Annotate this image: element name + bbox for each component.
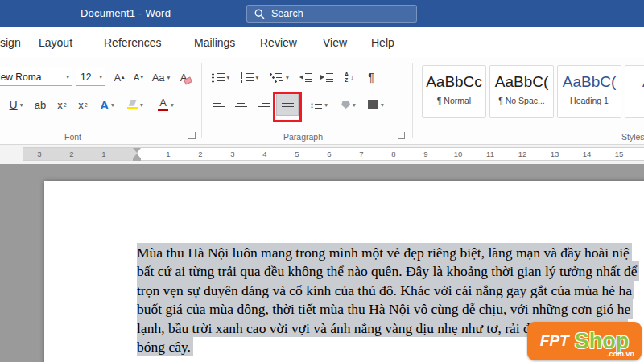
increase-indent-icon xyxy=(320,72,333,82)
strikethrough-icon: ab xyxy=(35,99,46,111)
text-effects-button[interactable]: A ▾ xyxy=(97,93,118,116)
tab-view[interactable]: View xyxy=(323,27,347,58)
spacing-lines-icon xyxy=(315,100,322,109)
text-line[interactable]: buốt giá của mùa đông, thời tiết mùa thu… xyxy=(137,300,639,319)
sort-icon: A Z ↓ xyxy=(345,72,354,83)
ruler-number: 4 xyxy=(249,148,281,160)
font-color-button[interactable]: A ▾ xyxy=(153,93,179,116)
titlebar: Document1 - Word Search xyxy=(0,0,644,27)
font-name-value: New Roma xyxy=(0,72,41,83)
align-center-button[interactable] xyxy=(230,93,251,116)
ruler-number: 1 xyxy=(88,148,120,160)
logo-fpt-text: FPT xyxy=(540,332,569,350)
multilevel-list-icon xyxy=(270,72,283,83)
ruler-number: 7 xyxy=(345,148,378,160)
sort-z-letter: Z xyxy=(345,77,349,83)
selected-text: trọn vẹn sự duyên dáng và cổ kính của th… xyxy=(137,281,634,300)
search-box[interactable]: Search xyxy=(246,5,417,23)
style-sample: AaBbCc xyxy=(423,73,485,91)
ruler-number: 6 xyxy=(313,148,345,160)
tab-references[interactable]: References xyxy=(104,27,162,58)
align-right-icon xyxy=(258,100,270,109)
subscript-button[interactable]: x2 xyxy=(53,93,71,116)
selected-text: bóng cây. xyxy=(137,337,193,356)
chevron-down-icon: ▾ xyxy=(96,73,102,80)
strikethrough-button[interactable]: ab xyxy=(31,93,50,116)
highlighter-icon xyxy=(127,100,138,110)
style-item-no-spacing[interactable]: AaBbC( ¶ No Spac... xyxy=(489,65,554,118)
up-down-arrow-icon: ↕ xyxy=(310,100,315,109)
text-line[interactable]: bất cứ ai từng trải qua đều không thể nà… xyxy=(137,262,639,282)
horizontal-ruler[interactable]: 3 2 1 1 2 3 4 5 6 7 8 9 10 11 12 13 14 1… xyxy=(23,147,644,161)
tab-design-partial[interactable]: sign xyxy=(0,27,21,58)
sort-button[interactable]: A Z ↓ xyxy=(338,68,361,87)
ribbon-tab-row: sign Layout References Mailings Review V… xyxy=(0,27,644,58)
clear-formatting-button[interactable]: A xyxy=(175,68,192,87)
sort-arrow: ↓ xyxy=(350,73,354,82)
font-size-combobox[interactable]: 12 ▾ xyxy=(76,68,105,86)
style-item-normal[interactable]: AaBbCc ¶ Normal xyxy=(422,65,486,118)
align-left-button[interactable] xyxy=(208,93,229,116)
tab-layout[interactable]: Layout xyxy=(39,27,72,58)
ruler-number: 2 xyxy=(184,148,217,160)
search-icon xyxy=(254,9,265,19)
chevron-down-icon: ▾ xyxy=(167,74,171,81)
tab-mailings[interactable]: Mailings xyxy=(194,27,235,58)
highlight-color-bar xyxy=(127,107,138,110)
tab-review[interactable]: Review xyxy=(260,27,297,58)
underline-icon: U xyxy=(10,98,18,111)
style-sample: AaBbC( xyxy=(490,73,553,91)
align-center-icon xyxy=(235,100,247,109)
decrease-indent-button[interactable] xyxy=(296,68,316,87)
left-indent-marker[interactable] xyxy=(133,158,141,161)
increase-indent-button[interactable] xyxy=(317,68,336,87)
borders-button[interactable]: ▾ xyxy=(364,93,388,116)
show-hide-marks-button[interactable]: ¶ xyxy=(362,68,380,87)
selected-text: buốt giá của mùa đông, thời tiết mùa thu… xyxy=(137,299,633,319)
chevron-down-icon: ▾ xyxy=(227,74,230,81)
pen-shape xyxy=(129,100,137,106)
chevron-down-icon: ▾ xyxy=(20,101,23,109)
font-dialog-launcher-icon[interactable] xyxy=(188,132,196,139)
logo-domain-text: .com.vn xyxy=(607,350,634,358)
chevron-down-icon: ▾ xyxy=(171,101,174,109)
style-item-partial[interactable]: AaB H xyxy=(625,65,644,118)
ruler-number: 10 xyxy=(442,148,474,160)
font-name-combobox[interactable]: New Roma ▾ xyxy=(0,68,72,86)
font-color-bar xyxy=(158,109,168,112)
text-line[interactable]: Mùa thu Hà Nội luôn mang trong mình một … xyxy=(137,243,639,262)
chevron-down-icon: ▾ xyxy=(324,101,328,109)
chevron-down-icon: ▾ xyxy=(381,101,384,109)
group-separator xyxy=(201,63,202,138)
superscript-button[interactable]: x2 xyxy=(74,93,92,116)
shading-button[interactable]: ▾ xyxy=(336,93,361,116)
style-sample: AaB xyxy=(625,73,644,91)
text-highlight-button[interactable]: ▾ xyxy=(122,93,148,116)
ruler-number: 14 xyxy=(571,148,603,160)
ruler-number: 5 xyxy=(281,148,313,160)
chevron-down-icon: ▾ xyxy=(63,73,69,80)
ruler-number: 15 xyxy=(603,148,635,160)
paragraph-dialog-launcher-icon[interactable] xyxy=(398,132,405,139)
style-item-heading1[interactable]: AaBbC( Heading 1 xyxy=(557,65,621,118)
first-line-indent-marker[interactable] xyxy=(133,148,141,153)
ruler-number: 9 xyxy=(410,148,442,160)
numbering-button[interactable]: ▾ xyxy=(237,68,262,87)
decrease-indent-icon xyxy=(299,72,312,82)
line-spacing-button[interactable]: ↕ ▾ xyxy=(304,93,333,116)
tab-help[interactable]: Help xyxy=(371,27,394,58)
ruler-number: 8 xyxy=(378,148,410,160)
bullets-button[interactable]: ▾ xyxy=(208,68,233,87)
ruler-number: 12 xyxy=(506,148,539,160)
ruler-number: 13 xyxy=(539,148,571,160)
shrink-font-button[interactable]: A▾ xyxy=(130,68,147,87)
multilevel-list-button[interactable]: ▾ xyxy=(266,68,293,87)
sort-a-letter: A xyxy=(345,72,349,77)
change-case-button[interactable]: Aa ▾ xyxy=(149,68,173,87)
selected-text: Mùa thu Hà Nội luôn mang trong mình một … xyxy=(137,243,632,262)
chevron-down-icon: ▾ xyxy=(256,74,259,81)
grow-font-button[interactable]: A▴ xyxy=(109,68,129,87)
underline-button[interactable]: U ▾ xyxy=(5,93,27,116)
text-line[interactable]: trọn vẹn sự duyên dáng và cổ kính của th… xyxy=(137,281,639,300)
align-right-button[interactable] xyxy=(253,93,274,116)
